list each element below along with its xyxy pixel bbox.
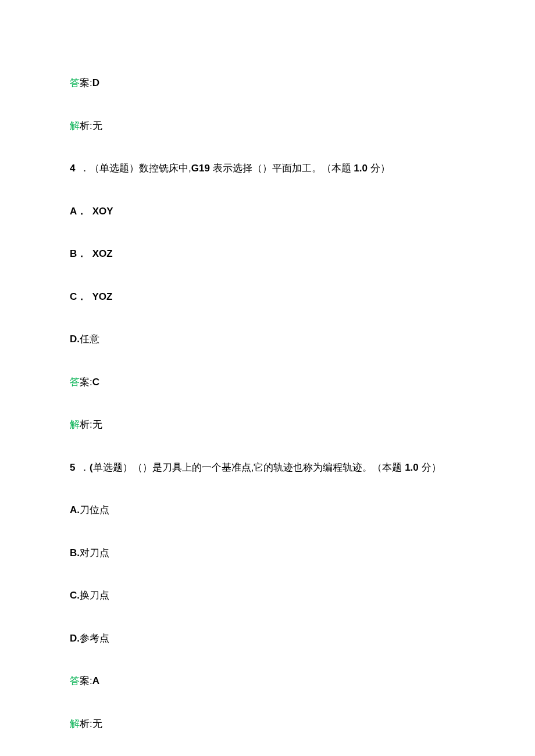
q4-points-open: （本题 [322,163,354,174]
q5-dot: ． [80,462,90,473]
q3-answer-value: D [92,77,99,88]
q4-optA-val: XOY [92,206,113,217]
q5-type-text: 单选题） [93,462,133,473]
q4-dot: ． [80,163,90,174]
q5-answer: 答案:A [70,673,465,689]
explain-prefix-rest: 析:无 [80,718,102,729]
q4-option-c: C． YOZ [70,289,465,304]
explain-prefix-rest: 析:无 [80,120,102,131]
q4-stem-c: 表示选择（）平面加工。 [210,163,322,174]
q4-option-d: D.任意 [70,332,465,347]
answer-prefix-rest: 案: [80,377,92,388]
explain-prefix-rest: 析:无 [80,419,102,430]
q4-points-suffix: 分） [368,163,390,174]
q4-optC-val: YOZ [92,291,112,302]
q4-optC-label: C． [70,291,87,302]
answer-prefix-rest: 案: [80,77,92,88]
q4-answer: 答案:C [70,375,465,390]
q4-points-val: 1.0 [354,163,368,174]
q4-explanation: 解析:无 [70,417,465,432]
q4-stem-a: 数控铣床中, [139,163,191,174]
answer-prefix-cn: 答 [70,675,80,686]
q5-optA-val: 刀位点 [80,504,109,515]
q5-stem: 5．(单选题）（）是刀具上的一个基准点,它的轨迹也称为编程轨迹。（本题 1.0 … [70,460,465,475]
q3-answer: 答案:D [70,76,465,91]
q4-answer-value: C [92,377,99,388]
q5-number: 5 [70,460,80,475]
q4-option-b: B． XOZ [70,246,465,261]
answer-prefix-cn: 答 [70,77,80,88]
explain-prefix-cn: 解 [70,718,80,729]
answer-prefix-cn: 答 [70,377,80,388]
q4-option-a: A． XOY [70,204,465,219]
q4-optA-label: A． [70,206,87,217]
q5-points-open: （本题 [372,462,405,473]
q4-type: （单选题） [90,163,139,174]
q4-optB-label: B． [70,248,87,259]
q4-stem: 4．（单选题）数控铣床中,G19 表示选择（）平面加工。（本题 1.0 分） [70,161,465,176]
q4-number: 4 [70,161,80,176]
q5-explanation: 解析:无 [70,716,465,732]
q5-optD-label: D. [70,633,80,644]
q4-optB-val: XOZ [92,248,113,259]
q4-optD-val: 任意 [80,334,99,345]
q5-optB-val: 对刀点 [80,547,109,558]
answer-prefix-rest: 案: [80,675,92,686]
q5-option-a: A.刀位点 [70,503,465,518]
q5-optC-val: 换刀点 [80,590,109,601]
q5-stem-text: （）是刀具上的一个基准点,它的轨迹也称为编程轨迹。 [133,462,373,473]
explain-prefix-cn: 解 [70,419,80,430]
q5-answer-value: A [92,675,99,686]
q5-optB-label: B. [70,547,80,558]
q5-option-d: D.参考点 [70,631,465,646]
q5-optD-val: 参考点 [80,633,109,644]
q5-optC-label: C. [70,590,80,601]
explain-prefix-cn: 解 [70,120,80,131]
q5-option-b: B.对刀点 [70,546,465,561]
q4-optD-label: D. [70,334,80,345]
q5-optA-label: A. [70,504,80,515]
q4-stem-b: G19 [191,163,210,174]
q5-points-val: 1.0 [405,462,419,473]
q3-explanation: 解析:无 [70,119,465,134]
q5-option-c: C.换刀点 [70,588,465,603]
q5-points-suffix: 分） [419,462,441,473]
